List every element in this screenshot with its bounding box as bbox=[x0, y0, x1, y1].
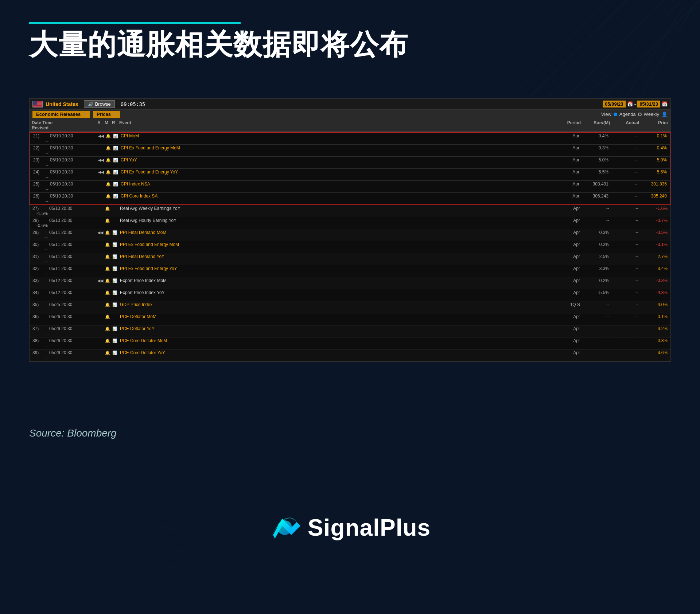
browse-button[interactable]: 🔊 Browse bbox=[84, 100, 114, 108]
table-row[interactable]: 35) 05/25 20:30 🔔 📊 GDP Price Index 1Q S… bbox=[30, 301, 670, 313]
decoration-bottom-left bbox=[0, 425, 182, 570]
table-row[interactable]: 27) 05/10 20:30 🔔 Real Avg Weekly Earnin… bbox=[30, 205, 670, 217]
table-row[interactable]: 26) 05/10 20:30 🔔 📊 CPI Core Index SA Ap… bbox=[30, 193, 670, 205]
row-datetime: 05/12 20:30 bbox=[49, 278, 97, 283]
row-period: Apr bbox=[552, 145, 581, 150]
row-event: PCE Deflator MoM bbox=[118, 314, 552, 319]
row-datetime: 05/12 20:30 bbox=[49, 290, 97, 295]
signalplus-logo-icon bbox=[269, 515, 300, 540]
row-datetime: 05/10 20:30 bbox=[50, 145, 97, 150]
row-prior: -0.1% bbox=[640, 242, 669, 247]
row-number: 38) bbox=[31, 338, 49, 343]
col-period: Period bbox=[552, 120, 582, 125]
row-datetime: 05/10 20:30 bbox=[49, 218, 97, 223]
row-number: 31) bbox=[31, 254, 49, 259]
svg-rect-25 bbox=[33, 105, 43, 105]
bell-cell: 🔔 bbox=[105, 134, 112, 138]
row-event: PCE Core Deflator MoM bbox=[118, 338, 552, 343]
row-event: PPI Final Demand YoY bbox=[118, 254, 552, 259]
table-row[interactable]: 32) 05/11 20:30 🔔 📊 PPI Ex Food and Ener… bbox=[30, 265, 670, 277]
row-period: Apr bbox=[552, 254, 582, 259]
bar-icon: 📊 bbox=[112, 339, 117, 343]
row-surv: -- bbox=[582, 326, 611, 331]
row-number: 35) bbox=[31, 302, 49, 307]
row-period: Apr bbox=[552, 314, 582, 319]
row-revised: -- bbox=[31, 319, 49, 324]
row-revised: -- bbox=[32, 150, 50, 156]
bar-cell: 📊 bbox=[111, 230, 118, 235]
row-surv: -- bbox=[582, 314, 611, 319]
row-actual: -- bbox=[611, 350, 640, 355]
date-from[interactable]: 05/09/23 bbox=[603, 101, 626, 107]
col-r: R bbox=[111, 120, 118, 125]
row-datetime: 05/10 20:30 bbox=[50, 157, 97, 163]
bar-cell: 📊 bbox=[111, 290, 118, 295]
row-event: Export Price Index MoM bbox=[118, 278, 552, 283]
economic-releases-button[interactable]: Economic Releases ▼ bbox=[32, 111, 90, 118]
bell-icon: 🔔 bbox=[106, 146, 111, 150]
signalplus-logo-container: SignalPlus bbox=[269, 514, 431, 541]
row-surv: -5.5% bbox=[582, 290, 611, 295]
row-period: Apr bbox=[552, 218, 582, 223]
table-row[interactable]: 38) 05/26 20:30 🔔 📊 PCE Core Deflator Mo… bbox=[30, 337, 670, 349]
speaker-icon: ◀◀ bbox=[97, 230, 103, 235]
row-revised: -- bbox=[31, 331, 49, 336]
col-event: Event bbox=[118, 120, 552, 125]
row-datetime: 05/11 20:30 bbox=[49, 242, 97, 247]
row-actual: -- bbox=[611, 278, 640, 283]
bar-icon: 📊 bbox=[112, 326, 117, 331]
table-row[interactable]: 21) 05/10 20:30 ◀◀ 🔔 📊 CPI MoM Apr 0.4% … bbox=[30, 132, 670, 145]
svg-rect-31 bbox=[33, 101, 37, 105]
bar-icon: 📊 bbox=[113, 182, 118, 186]
row-datetime: 05/10 20:30 bbox=[50, 181, 97, 187]
settings-icon[interactable]: 👤 bbox=[661, 112, 668, 117]
table-row[interactable]: 31) 05/11 20:30 🔔 📊 PPI Final Demand YoY… bbox=[30, 253, 670, 265]
row-prior: 2.7% bbox=[640, 254, 669, 259]
row-prior: -1.6% bbox=[640, 206, 669, 211]
country-name[interactable]: United States bbox=[46, 101, 78, 107]
table-row[interactable]: 39) 05/26 20:30 🔔 📊 PCE Core Deflator Yo… bbox=[30, 349, 670, 361]
row-event: PPI Final Demand MoM bbox=[118, 230, 552, 235]
row-revised: -- bbox=[31, 247, 49, 252]
row-revised: -- bbox=[32, 175, 50, 180]
table-row[interactable]: 36) 05/26 20:30 🔔 PCE Deflator MoM Apr -… bbox=[30, 313, 670, 325]
row-number: 22) bbox=[32, 145, 50, 150]
table-row[interactable]: 28) 05/10 20:30 🔔 Real Avg Hourly Earnin… bbox=[30, 217, 670, 229]
row-prior: 0.4% bbox=[639, 145, 668, 150]
table-row[interactable]: 23) 05/10 20:30 ◀◀ 🔔 📊 CPI YoY Apr 5.0% … bbox=[30, 157, 670, 169]
row-revised: -- bbox=[32, 187, 50, 192]
row-prior: 5.0% bbox=[639, 157, 668, 163]
row-surv: 2.5% bbox=[582, 254, 611, 259]
row-datetime: 05/11 20:30 bbox=[49, 266, 97, 271]
row-datetime: 05/10 20:30 bbox=[50, 169, 97, 175]
agenda-radio[interactable] bbox=[614, 113, 617, 116]
table-row[interactable]: 37) 05/26 20:30 🔔 📊 PCE Deflator YoY Apr… bbox=[30, 325, 670, 337]
row-number: 28) bbox=[31, 218, 49, 223]
table-row[interactable]: 34) 05/12 20:30 🔔 📊 Export Price Index Y… bbox=[30, 289, 670, 301]
table-row[interactable]: 33) 05/12 20:30 ◀◀ 🔔 📊 Export Price Inde… bbox=[30, 277, 670, 289]
bar-icon: 📊 bbox=[112, 230, 117, 235]
row-period: Apr bbox=[552, 242, 582, 247]
row-revised: -- bbox=[31, 259, 49, 264]
weekly-radio[interactable] bbox=[638, 113, 642, 116]
bell-icon: 🔔 bbox=[105, 302, 110, 307]
row-revised: -1.5% bbox=[31, 211, 49, 216]
table-row[interactable]: 29) 05/11 20:30 ◀◀ 🔔 📊 PPI Final Demand … bbox=[30, 229, 670, 241]
row-actual: -- bbox=[611, 266, 640, 271]
row-period: Apr bbox=[552, 326, 582, 331]
table-row[interactable]: 30) 05/11 20:30 🔔 📊 PPI Ex Food and Ener… bbox=[30, 241, 670, 253]
prices-button[interactable]: Prices ▼ bbox=[93, 111, 120, 118]
date-to[interactable]: 05/31/23 bbox=[637, 101, 660, 107]
row-actual: -- bbox=[611, 302, 640, 307]
row-surv: 3.3% bbox=[582, 266, 611, 271]
bell-cell: 🔔 bbox=[104, 278, 111, 283]
table-row[interactable]: 24) 05/10 20:30 ◀◀ 🔔 📊 CPI Ex Food and E… bbox=[30, 169, 670, 181]
row-period: Apr bbox=[552, 169, 581, 175]
table-row[interactable]: 22) 05/10 20:30 🔔 📊 CPI Ex Food and Ener… bbox=[30, 145, 670, 157]
bar-icon: 📊 bbox=[113, 170, 118, 174]
bell-cell: 🔔 bbox=[104, 206, 111, 211]
row-surv: -- bbox=[582, 338, 611, 343]
table-row[interactable]: 25) 05/10 20:30 🔔 📊 CPI Index NSA Apr 30… bbox=[30, 181, 670, 193]
col-revised: Revised bbox=[31, 125, 49, 130]
col-m: M bbox=[104, 120, 111, 125]
